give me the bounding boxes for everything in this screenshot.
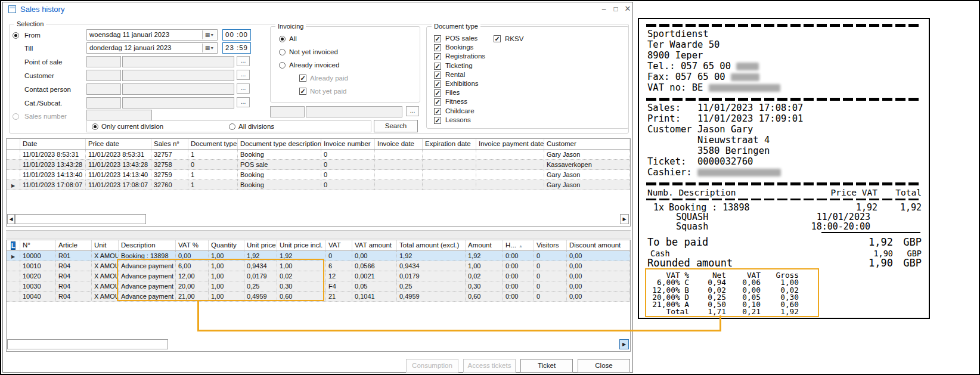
from-time-input[interactable]: 00 :00 xyxy=(222,29,251,41)
checkbox-checked-icon[interactable]: ✓ xyxy=(434,89,441,97)
rksv-checkbox[interactable]: ✓ xyxy=(494,35,501,42)
minimize-icon[interactable]: – xyxy=(599,4,609,14)
from-date-input[interactable]: woensdag 11 januari 2023 ▦▼ xyxy=(86,29,218,41)
col-price-date[interactable]: Price date xyxy=(86,139,151,149)
invoicing-all-radio[interactable] xyxy=(279,36,286,42)
detail-table-row[interactable]: ▶ 10000 R01 X AMOUNT Booking : 13898 0,0… xyxy=(7,251,630,261)
contact-person-name-field[interactable] xyxy=(122,83,234,95)
cat-subcat-code-field[interactable] xyxy=(86,97,121,109)
row-selector[interactable]: ▶ xyxy=(7,251,20,261)
col-amount[interactable]: Amount xyxy=(466,240,503,250)
point-of-sale-name-field[interactable] xyxy=(122,56,234,67)
row-selector[interactable]: ▶ xyxy=(7,180,20,190)
customer-name-field[interactable] xyxy=(122,70,234,81)
point-of-sale-browse-button[interactable]: ... xyxy=(237,56,250,66)
col-total-excl[interactable]: Total amount (excl.) xyxy=(397,240,466,250)
row-selector[interactable]: ▶ xyxy=(7,170,20,179)
row-selector[interactable]: ▶ xyxy=(7,292,20,301)
document-type-option[interactable]: ✓ Rental xyxy=(434,71,517,80)
col-unit[interactable]: Unit xyxy=(92,240,119,250)
checkbox-checked-icon[interactable]: ✓ xyxy=(434,80,441,88)
scroll-right-button[interactable]: ▶ xyxy=(620,214,629,224)
contact-person-browse-button[interactable]: ... xyxy=(237,83,250,94)
row-selector[interactable]: ▶ xyxy=(7,150,20,159)
row-selector[interactable]: ▶ xyxy=(7,281,20,291)
maximize-icon[interactable]: □ xyxy=(611,4,621,14)
row-selector[interactable]: ▶ xyxy=(7,261,20,271)
extra-name-field[interactable] xyxy=(306,106,402,117)
only-current-division-radio[interactable] xyxy=(92,123,98,130)
col-no[interactable]: N° xyxy=(20,240,56,250)
col-document-type[interactable]: Document type xyxy=(188,139,238,149)
col-unit-price-incl[interactable]: Unit price incl. xyxy=(277,240,326,250)
scrollbar-thumb[interactable] xyxy=(15,214,146,224)
checkbox-checked-icon[interactable]: ✓ xyxy=(434,108,441,115)
not-yet-invoiced-radio[interactable] xyxy=(279,49,286,55)
checkbox-checked-icon[interactable]: ✓ xyxy=(434,44,441,51)
col-invoice-number[interactable]: Invoice number xyxy=(321,139,375,149)
checkbox-checked-icon[interactable]: ✓ xyxy=(434,63,441,70)
col-discount-amount[interactable]: Discount amount xyxy=(567,240,630,250)
detail-table-row[interactable]: ▶ 10020 R04 X AMOUNT Advance payment 12,… xyxy=(7,271,630,281)
row-selector[interactable]: ▶ xyxy=(7,271,20,281)
checkbox-checked-icon[interactable]: ✓ xyxy=(434,117,441,124)
calendar-dropdown-icon[interactable]: ▦▼ xyxy=(202,30,216,39)
sales-table-row[interactable]: ▶ 11/01/2023 8:53:31 11/01/2023 8:53:31 … xyxy=(7,150,630,160)
col-h[interactable]: H...▲ xyxy=(503,240,534,250)
footer-button[interactable]: Access tickets xyxy=(463,359,516,373)
footer-button[interactable]: Ticket xyxy=(520,359,573,373)
document-type-option[interactable]: ✓ Bookings xyxy=(434,44,517,52)
scrollbar-thumb[interactable] xyxy=(7,339,168,349)
extra-browse-button[interactable]: ... xyxy=(406,106,419,116)
col-vat-amount[interactable]: VAT amount xyxy=(352,240,397,250)
customer-code-field[interactable] xyxy=(86,70,121,81)
row-selector[interactable]: ▶ xyxy=(7,160,20,169)
already-paid-checkbox[interactable]: ✓ xyxy=(299,75,306,82)
col-vat-pct[interactable]: VAT % xyxy=(176,240,209,250)
scroll-right-button[interactable]: ▶ xyxy=(619,339,629,349)
sales-number-radio[interactable] xyxy=(13,113,19,120)
sales-table-row[interactable]: ▶ 11/01/2023 13:43:28 11/01/2023 13:43:2… xyxy=(7,160,630,170)
col-invoice-date[interactable]: Invoice date xyxy=(375,139,423,149)
already-invoiced-radio[interactable] xyxy=(279,62,286,69)
search-button[interactable]: Search xyxy=(374,120,418,132)
document-type-option[interactable]: ✓ Files xyxy=(434,89,517,98)
checkbox-checked-icon[interactable]: ✓ xyxy=(434,35,441,42)
col-sales-no[interactable]: Sales n° xyxy=(151,139,188,149)
checkbox-checked-icon[interactable]: ✓ xyxy=(434,98,441,106)
col-vat[interactable]: VAT xyxy=(326,240,352,250)
document-type-option[interactable]: ✓ Registrations xyxy=(434,52,517,61)
col-description[interactable]: Description xyxy=(119,240,176,250)
col-visitors[interactable]: Visitors xyxy=(534,240,567,250)
col-expiration-date[interactable]: Expiration date xyxy=(423,139,476,149)
not-yet-paid-checkbox[interactable]: ✓ xyxy=(299,88,306,95)
document-type-option[interactable]: ✓ Ticketing xyxy=(434,62,517,71)
scroll-left-button[interactable]: ◀ xyxy=(7,214,15,224)
col-article[interactable]: Article xyxy=(56,240,92,250)
document-type-option[interactable]: ✓ Childcare xyxy=(434,107,517,116)
checkbox-checked-icon[interactable]: ✓ xyxy=(434,53,441,60)
cat-subcat-name-field[interactable] xyxy=(122,97,234,109)
checkbox-checked-icon[interactable]: ✓ xyxy=(434,72,441,79)
footer-button[interactable]: Consumption xyxy=(406,359,458,373)
point-of-sale-code-field[interactable] xyxy=(86,56,121,67)
title-bar[interactable]: Sales history – □ ✕ xyxy=(3,2,632,16)
all-divisions-radio[interactable] xyxy=(229,123,235,130)
detail-table-row[interactable]: ▶ 10030 R04 X AMOUNT Advance payment 20,… xyxy=(7,281,630,292)
contact-person-code-field[interactable] xyxy=(86,83,121,95)
col-customer[interactable]: Customer xyxy=(544,139,630,149)
customer-browse-button[interactable]: ... xyxy=(237,70,250,80)
detail-table-row[interactable]: ▶ 10040 R04 X AMOUNT Advance payment 21,… xyxy=(7,292,630,302)
col-date[interactable]: Date xyxy=(20,139,86,149)
till-date-input[interactable]: donderdag 12 januari 2023 ▦▼ xyxy=(86,42,218,54)
extra-code-field[interactable] xyxy=(270,106,305,117)
close-icon[interactable]: ✕ xyxy=(623,4,632,14)
sales-number-field[interactable] xyxy=(86,110,152,121)
sales-table-row[interactable]: ▶ 11/01/2023 17:08:07 11/01/2023 17:08:0… xyxy=(7,180,630,190)
col-unit-price[interactable]: Unit price xyxy=(244,240,277,250)
col-quantity[interactable]: Quantity xyxy=(209,240,244,250)
document-type-option[interactable]: ✓ Lessons xyxy=(434,116,517,125)
col-invoice-payment-date[interactable]: Invoice payment date xyxy=(476,139,544,149)
till-time-input[interactable]: 23 :59 xyxy=(222,42,251,54)
from-radio[interactable] xyxy=(13,32,19,39)
